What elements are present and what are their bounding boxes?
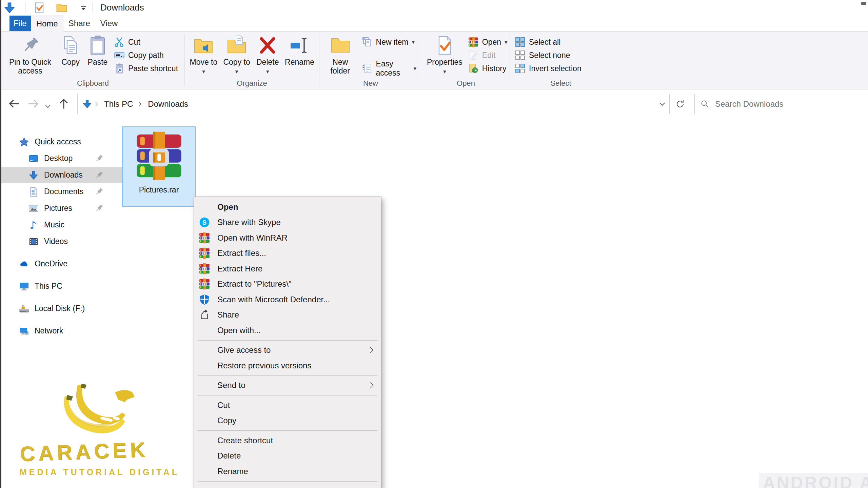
invert-selection-icon <box>515 63 526 74</box>
ribbon-group-label: Open <box>422 79 510 89</box>
svg-text:S: S <box>202 219 206 226</box>
sidebar-item-this-pc[interactable]: This PC <box>0 278 124 294</box>
ribbon-button-new-item[interactable]: New item ▾ <box>360 36 418 48</box>
back-button[interactable] <box>7 97 21 110</box>
menu-item-share-with-skype[interactable]: SShare with Skype <box>194 215 381 230</box>
menu-icon-spacer <box>199 400 210 411</box>
ribbon-button-paste-shortcut[interactable]: Paste shortcut <box>112 62 180 75</box>
copy-icon <box>60 35 81 56</box>
menu-item-restore-previous-versions[interactable]: Restore previous versions <box>194 358 381 373</box>
titlebar-artifact <box>861 2 866 5</box>
sidebar-section: This PC <box>0 278 124 294</box>
sidebar-item-documents[interactable]: Documents <box>0 183 124 200</box>
ribbon-tab-row: FileHomeShareView <box>0 16 868 31</box>
sidebar-section: Network <box>0 323 124 339</box>
ribbon-button-copy[interactable]: Copy <box>57 33 84 79</box>
winrar-icon <box>199 263 210 274</box>
tab-share[interactable]: Share <box>63 16 95 31</box>
menu-item-open-with-winrar[interactable]: Open with WinRAR <box>194 230 381 246</box>
defender-icon <box>199 294 210 305</box>
sidebar-item-music[interactable]: Music <box>0 217 124 233</box>
customize-qat-caret-icon[interactable] <box>79 2 88 14</box>
documents-icon <box>28 187 39 197</box>
ribbon-button-invert-selection[interactable]: Invert selection <box>513 62 584 75</box>
ribbon-button-rename[interactable]: Rename <box>282 33 317 79</box>
ribbon: Pin to Quick accessCopyPasteCutCopy path… <box>0 31 868 89</box>
menu-item-open-with[interactable]: Open with... <box>194 323 381 338</box>
history-icon <box>468 63 479 74</box>
new-folder-qat-icon[interactable] <box>56 2 68 14</box>
sidebar-item-downloads[interactable]: Downloads <box>0 167 124 183</box>
context-menu: OpenSShare with SkypeOpen with WinRARExt… <box>194 197 381 488</box>
address-location-icon <box>82 99 92 109</box>
paste-icon <box>87 35 108 56</box>
recent-locations-chevron-icon[interactable] <box>43 100 52 113</box>
menu-item-extract-to-pictures[interactable]: Extract to "Pictures\" <box>194 277 381 292</box>
ribbon-button-cut[interactable]: Cut <box>112 36 180 48</box>
file-pictures-rar[interactable]: Pictures.rar <box>122 126 196 207</box>
menu-item-scan-with-microsoft-defender[interactable]: Scan with Microsoft Defender... <box>194 292 381 307</box>
properties-qat-icon[interactable] <box>33 2 45 14</box>
address-dropdown-caret-icon[interactable] <box>657 99 667 109</box>
sidebar-item-network[interactable]: Network <box>0 323 124 339</box>
tab-home[interactable]: Home <box>31 16 63 32</box>
ribbon-button-pin-to-quick-access[interactable]: Pin to Quick access <box>3 33 57 79</box>
sidebar-item-local-disk-f[interactable]: Local Disk (F:) <box>0 300 124 317</box>
menu-item-share[interactable]: Share <box>194 307 381 323</box>
winrar-icon <box>199 278 210 290</box>
ribbon-button-move-to[interactable]: Move to ▾ <box>187 33 220 79</box>
ribbon-button-select-none[interactable]: Select none <box>513 49 584 62</box>
tab-view[interactable]: View <box>95 16 123 31</box>
sidebar-item-desktop[interactable]: Desktop <box>0 150 124 167</box>
address-box[interactable]: This PC Downloads <box>77 94 691 114</box>
menu-item-give-access-to[interactable]: Give access to <box>194 343 381 358</box>
ribbon-button-delete[interactable]: Delete ▾ <box>253 33 282 79</box>
sidebar-item-quick-access[interactable]: Quick access <box>0 134 124 150</box>
menu-item-create-shortcut[interactable]: Create shortcut <box>194 433 381 448</box>
menu-item-rename[interactable]: Rename <box>194 464 381 479</box>
tab-file[interactable]: File <box>9 16 31 31</box>
search-input[interactable] <box>714 99 851 109</box>
up-button[interactable] <box>57 97 71 110</box>
menu-item-open[interactable]: Open <box>194 199 381 215</box>
refresh-button[interactable] <box>669 94 691 114</box>
breadcrumb-downloads[interactable]: Downloads <box>145 99 191 109</box>
easy-access-icon <box>362 63 373 74</box>
ribbon-button-properties[interactable]: Properties ▾ <box>424 33 465 79</box>
copy-path-icon <box>114 50 125 61</box>
menu-item-extract-files[interactable]: Extract files... <box>194 246 381 261</box>
menu-icon-spacer <box>199 201 210 213</box>
winrar-icon <box>199 232 210 244</box>
file-name-label: Pictures.rar <box>139 185 179 195</box>
sidebar-item-pictures[interactable]: Pictures <box>0 200 124 217</box>
menu-item-copy[interactable]: Copy <box>194 413 381 429</box>
menu-item-extract-here[interactable]: Extract Here <box>194 261 381 277</box>
sidebar-item-onedrive[interactable]: OneDrive <box>0 256 124 272</box>
breadcrumb-this-pc[interactable]: This PC <box>101 99 136 109</box>
window-left-edge <box>0 0 1 488</box>
ribbon-button-copy-path[interactable]: Copy path <box>112 49 180 62</box>
ribbon-button-easy-access[interactable]: Easy access ▾ <box>360 62 418 75</box>
ribbon-button-paste[interactable]: Paste <box>84 33 111 79</box>
menu-separator <box>198 481 377 482</box>
quick-access-icon <box>19 137 29 147</box>
menu-item-delete[interactable]: Delete <box>194 448 381 464</box>
menu-icon-spacer <box>199 435 210 446</box>
ribbon-button-copy-to[interactable]: Copy to ▾ <box>220 33 253 79</box>
breadcrumb-chevron-icon <box>137 101 144 107</box>
ribbon-group-select: Select allSelect noneInvert selectionSel… <box>510 32 612 89</box>
ribbon-button-select-all[interactable]: Select all <box>513 36 584 48</box>
menu-item-cut[interactable]: Cut <box>194 398 381 413</box>
menu-item-properties[interactable]: Properties <box>194 484 381 488</box>
menu-item-send-to[interactable]: Send to <box>194 378 381 393</box>
delete-icon <box>257 35 278 56</box>
sidebar-item-videos[interactable]: Videos <box>0 233 124 250</box>
ribbon-button-new-folder[interactable]: New folder <box>321 33 359 79</box>
ribbon-group-label: Clipboard <box>1 79 184 89</box>
ribbon-button-open[interactable]: Open ▾ <box>466 36 510 48</box>
paste-shortcut-icon <box>114 63 125 74</box>
ribbon-button-history[interactable]: History <box>466 62 510 75</box>
onedrive-icon <box>19 259 29 269</box>
sidebar-section: OneDrive <box>0 256 124 272</box>
search-box <box>694 94 868 114</box>
